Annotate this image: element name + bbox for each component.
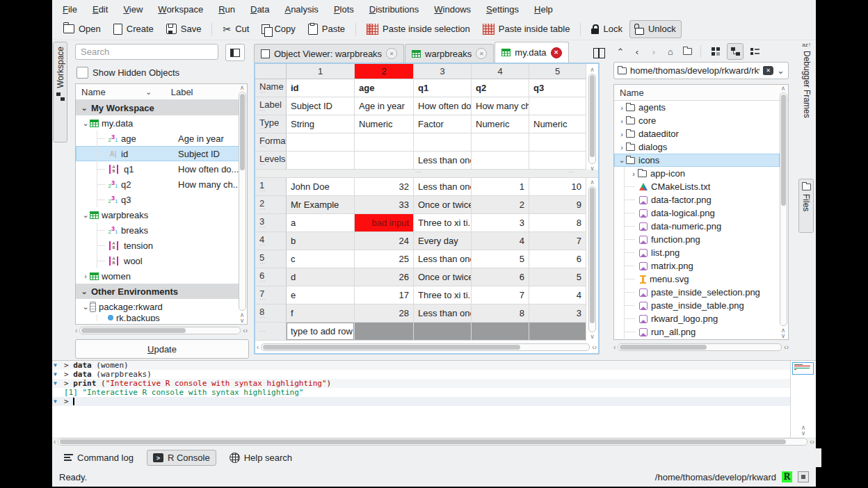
files-vscrollbar[interactable]: ∧ ∧ ∨ <box>779 86 787 339</box>
cell[interactable]: id <box>287 79 355 97</box>
file-item-matrix[interactable]: matrix.png <box>614 259 780 273</box>
cell[interactable] <box>355 133 414 152</box>
tree-item-id[interactable]: A|idSubject ID <box>76 146 240 161</box>
tree-item-warpbreaks[interactable]: ⌄warpbreaks <box>76 207 240 222</box>
search-input[interactable] <box>75 44 218 60</box>
menu-windows[interactable]: Windows <box>426 2 479 17</box>
cell[interactable]: q3 <box>529 79 586 97</box>
meta-row-header[interactable]: Type⋯ <box>255 115 287 133</box>
cell[interactable]: age <box>355 79 414 97</box>
cell[interactable]: Every day <box>414 232 472 250</box>
workspace-tree-hscrollbar[interactable]: ‹ ‹ › <box>75 326 248 335</box>
menu-analysis[interactable]: Analysis <box>277 2 326 17</box>
cell[interactable]: 3 <box>472 214 529 232</box>
cell[interactable]: c <box>287 250 355 268</box>
show-hidden-checkbox[interactable] <box>77 67 88 79</box>
cell[interactable] <box>472 152 529 170</box>
cell[interactable]: f <box>287 304 355 323</box>
workspace-tool-tab[interactable]: Workspace <box>53 42 67 143</box>
cell[interactable]: How often do... <box>414 97 472 115</box>
cell[interactable]: q2 <box>472 79 529 97</box>
cell[interactable]: 7 <box>472 286 529 304</box>
r-engine-status-badge[interactable]: R <box>782 471 792 482</box>
tree-item-wool[interactable]: ABwool <box>76 253 240 268</box>
interrupt-icon[interactable] <box>798 471 809 482</box>
menu-run[interactable]: Run <box>211 2 243 17</box>
files-tool-tab[interactable]: Files <box>798 179 814 233</box>
tree-item-q2[interactable]: 231q2How many ch... <box>76 177 240 192</box>
cell[interactable]: 32 <box>355 178 414 196</box>
row-header[interactable]: 8⋯ <box>255 304 287 323</box>
paste-inside-table-button[interactable]: Paste inside table <box>477 20 576 38</box>
file-item-data-logical[interactable]: data-logical.png <box>614 206 780 220</box>
close-tab-modified-icon[interactable]: ✕ <box>551 47 562 58</box>
data-vscrollbar[interactable]: ∧ ∨ <box>587 179 597 339</box>
file-item-menu-svg[interactable]: menu.svg <box>614 273 780 286</box>
row-header[interactable]: 5⋯ <box>255 250 287 268</box>
name-column-header[interactable]: Name <box>81 87 106 97</box>
other-environments-group[interactable]: ⌄Other Environments <box>76 284 240 299</box>
scrollbar-thumb[interactable] <box>81 328 186 333</box>
scroll-up-icon[interactable]: ∧ <box>240 85 245 90</box>
save-button[interactable]: Save <box>161 20 207 38</box>
cell[interactable]: Three to xi ti... <box>414 214 472 232</box>
tree-item-q1[interactable]: ABq1How often do... <box>76 161 240 177</box>
meta-data-splitter[interactable]: ⋯⋯ <box>255 170 598 178</box>
column-header-5[interactable]: 5 <box>529 64 586 79</box>
cell[interactable] <box>414 133 472 152</box>
r-console-tab[interactable]: >R Console <box>147 450 216 466</box>
cell[interactable]: 2 <box>472 196 529 214</box>
command-log-tab[interactable]: Command log <box>58 450 140 466</box>
paste-button[interactable]: Paste <box>303 20 351 38</box>
scroll-down-icon[interactable]: ∨ <box>781 333 786 339</box>
cell[interactable] <box>472 133 529 152</box>
meta-row-header[interactable]: Levels⋯ <box>255 152 287 170</box>
file-item-core[interactable]: ›core <box>614 114 780 127</box>
cell[interactable] <box>287 152 355 170</box>
row-header[interactable]: 2⋯ <box>255 196 287 214</box>
cut-button[interactable]: ✂Cut <box>217 20 255 38</box>
cell[interactable]: Numeric <box>472 115 529 133</box>
my-workspace-group[interactable]: ⌄My Workspace <box>76 100 240 115</box>
scrollbar-thumb[interactable] <box>590 188 595 323</box>
file-item-data-numeric[interactable]: data-numeric.png <box>614 220 780 233</box>
column-header-4[interactable]: 4 <box>472 64 529 79</box>
cell[interactable]: 17 <box>355 286 414 304</box>
meta-row-header[interactable]: Format⋯ <box>255 133 287 152</box>
unlock-button[interactable]: Unlock <box>629 20 682 38</box>
tree-item-age[interactable]: 231ageAge in year <box>76 131 240 146</box>
menu-file[interactable]: File <box>55 2 85 17</box>
file-item-paste-inside-selection[interactable]: paste_inside_selection.png <box>614 286 780 299</box>
cell[interactable]: 8 <box>472 304 529 323</box>
update-button[interactable]: Update <box>75 339 249 359</box>
label-column-header[interactable]: Label <box>171 87 193 97</box>
files-name-header[interactable]: Name <box>614 85 788 101</box>
tree-item-tension[interactable]: ABtension <box>76 238 240 253</box>
cell[interactable]: Numeric <box>355 115 414 133</box>
cell[interactable]: e <box>287 286 355 304</box>
row-header[interactable]: 4⋯ <box>255 232 287 250</box>
meta-row-header[interactable]: Label⋯ <box>255 97 287 115</box>
scroll-up-icon[interactable]: ∧ <box>781 86 786 91</box>
scroll-left-icon[interactable]: ‹ <box>54 438 56 446</box>
cell[interactable]: 10 <box>529 178 586 196</box>
create-button[interactable]: Create <box>108 20 159 38</box>
menu-help[interactable]: Help <box>527 2 561 17</box>
cell[interactable]: 24 <box>355 232 414 250</box>
scroll-down-icon[interactable]: ∨ <box>801 430 806 437</box>
file-item-data-factor[interactable]: data-factor.png <box>614 193 780 206</box>
cell[interactable]: 33 <box>355 196 414 214</box>
cell[interactable]: Less than onc... <box>414 152 472 170</box>
scroll-up-icon[interactable]: ∧ <box>590 179 595 185</box>
menu-distributions[interactable]: Distributions <box>362 2 427 17</box>
add-row-edit-cell[interactable]: type to add row <box>287 323 355 341</box>
cell[interactable]: 26 <box>355 268 414 286</box>
tab-mydata[interactable]: my.data ✕ <box>495 42 568 63</box>
r-console[interactable]: ▼> data (women) ▼> data (warpbreaks) ▼> … <box>52 360 816 437</box>
meta-row-header[interactable]: Name⋯ <box>255 79 287 97</box>
row-header[interactable]: 3⋯ <box>255 214 287 232</box>
cell[interactable]: 4 <box>472 232 529 250</box>
close-tab-icon[interactable]: ✕ <box>386 48 397 59</box>
scrollbar-thumb[interactable] <box>590 75 595 157</box>
scrollbar-thumb[interactable] <box>781 95 786 206</box>
